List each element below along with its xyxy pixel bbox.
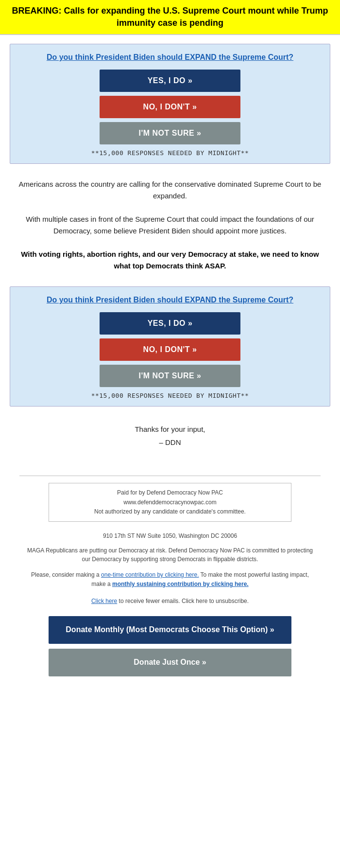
yes-button-2[interactable]: YES, I DO » (100, 312, 240, 335)
donate-section: Donate Monthly (Most Democrats Choose Th… (0, 609, 340, 691)
yes-button-1[interactable]: YES, I DO » (100, 70, 240, 92)
no-button-2[interactable]: NO, I DON'T » (100, 338, 240, 361)
footer-paid-line1: Paid for by Defend Democracy Now PAC (57, 488, 283, 497)
notsure-button-2[interactable]: I'M NOT SURE » (100, 365, 240, 387)
survey-needed-1: **15,000 RESPONSES NEEDED BY MIDNIGHT** (20, 149, 320, 157)
footer-onetime-link[interactable]: one-time contribution by clicking here. (101, 571, 199, 578)
footer-unsubscribe: Click here to receive fewer emails. Clic… (0, 593, 340, 609)
survey-question-link-2[interactable]: Do you think President Biden should EXPA… (47, 296, 293, 304)
footer-box: Paid for by Defend Democracy Now PAC www… (49, 483, 291, 522)
footer-disclaimer: MAGA Republicans are putting our Democra… (0, 543, 340, 567)
body-para-2: With multiple cases in front of the Supr… (0, 208, 340, 243)
footer-unsubscribe-text: to receive fewer emails. Click here to u… (117, 598, 249, 604)
signature-text: – DDN (0, 433, 340, 476)
body-para-3: With voting rights, abortion rights, and… (0, 243, 340, 278)
survey-question-2: Do you think President Biden should EXPA… (20, 296, 320, 304)
thanks-text: Thanks for your input, (0, 415, 340, 433)
donate-monthly-button[interactable]: Donate Monthly (Most Democrats Choose Th… (49, 616, 291, 644)
no-button-1[interactable]: NO, I DON'T » (100, 96, 240, 118)
breaking-banner: BREAKING: Calls for expanding the U.S. S… (0, 0, 340, 35)
survey-box-1: Do you think President Biden should EXPA… (10, 44, 330, 164)
footer-paid-line2: www.defenddemocracynowpac.com (57, 498, 283, 507)
footer-consider: Please, consider making a one-time contr… (0, 567, 340, 593)
footer-consider-prefix: Please, consider making a (31, 571, 101, 578)
footer-paid-line3: Not authorized by any candidate or candi… (57, 507, 283, 516)
footer-clickhere-link[interactable]: Click here (91, 598, 117, 604)
body-para-1: Americans across the country are calling… (0, 173, 340, 208)
footer-address: 910 17th ST NW Suite 1050, Washington DC… (0, 529, 340, 543)
survey-box-2: Do you think President Biden should EXPA… (10, 286, 330, 407)
donate-once-button[interactable]: Donate Just Once » (49, 649, 291, 676)
notsure-button-1[interactable]: I'M NOT SURE » (100, 122, 240, 144)
survey-question-link-1[interactable]: Do you think President Biden should EXPA… (47, 53, 293, 61)
survey-needed-2: **15,000 RESPONSES NEEDED BY MIDNIGHT** (20, 392, 320, 399)
footer-divider (19, 476, 321, 476)
breaking-banner-text: BREAKING: Calls for expanding the U.S. S… (10, 5, 330, 29)
survey-question-1: Do you think President Biden should EXPA… (20, 53, 320, 62)
footer-monthly-link[interactable]: monthly sustaining contribution by click… (112, 581, 249, 587)
